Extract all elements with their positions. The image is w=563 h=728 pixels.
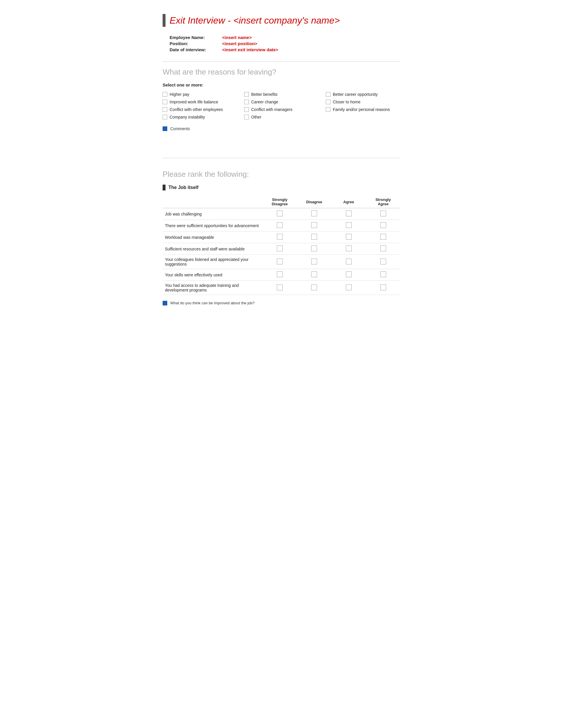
- cell-strongly-disagree-6[interactable]: [262, 269, 297, 281]
- checkbox-d-1[interactable]: [311, 211, 317, 216]
- checkbox-a-3[interactable]: [346, 234, 352, 240]
- table-row: There were sufficient opportunities for …: [163, 220, 400, 232]
- checkbox-better-benefits-input[interactable]: [244, 92, 249, 97]
- checkbox-work-life-label: Improved work life balance: [169, 100, 218, 104]
- comments-label: Comments: [170, 126, 190, 131]
- checkbox-career-change-label: Career change: [251, 100, 278, 104]
- checkbox-d-7[interactable]: [311, 285, 317, 290]
- checkbox-d-2[interactable]: [311, 222, 317, 228]
- section2-title: Please rank the following:: [163, 170, 400, 179]
- cell-strongly-disagree-4[interactable]: [262, 243, 297, 255]
- cell-strongly-disagree-1[interactable]: [262, 208, 297, 220]
- checkbox-work-life[interactable]: Improved work life balance: [163, 100, 237, 104]
- checkbox-sa-6[interactable]: [380, 271, 386, 277]
- checkbox-a-6[interactable]: [346, 271, 352, 277]
- table-row: Sufficient resources and staff were avai…: [163, 243, 400, 255]
- checkbox-d-6[interactable]: [311, 271, 317, 277]
- table-row: Your colleagues listened and appreciated…: [163, 255, 400, 269]
- cell-strongly-agree-2[interactable]: [366, 220, 400, 232]
- comments-bullet-icon: [163, 126, 167, 131]
- checkbox-sd-3[interactable]: [277, 234, 283, 240]
- cell-strongly-disagree-2[interactable]: [262, 220, 297, 232]
- checkbox-conflict-managers-input[interactable]: [244, 107, 249, 112]
- checkbox-sd-7[interactable]: [277, 285, 283, 290]
- cell-strongly-agree-5[interactable]: [366, 255, 400, 269]
- checkbox-conflict-managers[interactable]: Conflict with managers: [244, 107, 319, 112]
- cell-strongly-agree-7[interactable]: [366, 281, 400, 295]
- checkbox-closer-home[interactable]: Closer to home: [326, 100, 400, 104]
- cell-strongly-agree-4[interactable]: [366, 243, 400, 255]
- checkbox-d-4[interactable]: [311, 245, 317, 251]
- checkbox-sa-3[interactable]: [380, 234, 386, 240]
- subsection-header: The Job itself: [163, 185, 400, 190]
- cell-strongly-disagree-3[interactable]: [262, 232, 297, 243]
- checkbox-family-personal-input[interactable]: [326, 107, 331, 112]
- checkbox-closer-home-input[interactable]: [326, 100, 331, 104]
- checkbox-sa-4[interactable]: [380, 245, 386, 251]
- checkbox-conflict-employees[interactable]: Conflict with other employees: [163, 107, 237, 112]
- cell-disagree-4[interactable]: [297, 243, 331, 255]
- checkbox-d-5[interactable]: [311, 259, 317, 264]
- cell-agree-5[interactable]: [331, 255, 366, 269]
- checkbox-company-instability[interactable]: Company instability: [163, 115, 237, 119]
- cell-disagree-6[interactable]: [297, 269, 331, 281]
- cell-strongly-disagree-5[interactable]: [262, 255, 297, 269]
- cell-strongly-agree-6[interactable]: [366, 269, 400, 281]
- checkbox-career-change-input[interactable]: [244, 100, 249, 104]
- cell-disagree-1[interactable]: [297, 208, 331, 220]
- cell-agree-3[interactable]: [331, 232, 366, 243]
- checkbox-sd-2[interactable]: [277, 222, 283, 228]
- checkbox-sd-1[interactable]: [277, 211, 283, 216]
- checkbox-sd-5[interactable]: [277, 259, 283, 264]
- checkbox-higher-pay[interactable]: Higher pay: [163, 92, 237, 97]
- checkbox-grid-empty-cell: [326, 115, 400, 119]
- checkbox-other[interactable]: Other: [244, 115, 319, 119]
- checkbox-a-7[interactable]: [346, 285, 352, 290]
- checkbox-better-career[interactable]: Better career opportunity: [326, 92, 400, 97]
- cell-agree-6[interactable]: [331, 269, 366, 281]
- cell-strongly-disagree-7[interactable]: [262, 281, 297, 295]
- spacer1: [163, 133, 400, 151]
- checkbox-better-career-label: Better career opportunity: [333, 92, 378, 97]
- checkbox-other-input[interactable]: [244, 115, 249, 119]
- checkbox-sd-6[interactable]: [277, 271, 283, 277]
- row-label-training: You had access to adequate training and …: [163, 281, 262, 295]
- checkbox-a-2[interactable]: [346, 222, 352, 228]
- row-label-skills: Your skills were effectively used: [163, 269, 262, 281]
- checkbox-better-benefits[interactable]: Better benefits: [244, 92, 319, 97]
- employee-name-label: Employee Name:: [169, 35, 222, 40]
- cell-strongly-agree-3[interactable]: [366, 232, 400, 243]
- improve-label: What do you think can be improved about …: [170, 301, 255, 305]
- checkbox-sa-7[interactable]: [380, 285, 386, 290]
- checkbox-conflict-employees-input[interactable]: [163, 107, 167, 112]
- cell-disagree-3[interactable]: [297, 232, 331, 243]
- cell-agree-1[interactable]: [331, 208, 366, 220]
- checkbox-sa-5[interactable]: [380, 259, 386, 264]
- row-label-colleagues: Your colleagues listened and appreciated…: [163, 255, 262, 269]
- header-title-static: Exit Interview -: [169, 15, 233, 26]
- subsection-bar-icon: [163, 185, 165, 190]
- cell-strongly-agree-1[interactable]: [366, 208, 400, 220]
- checkbox-career-change[interactable]: Career change: [244, 100, 319, 104]
- checkbox-better-career-input[interactable]: [326, 92, 331, 97]
- checkbox-work-life-input[interactable]: [163, 100, 167, 104]
- cell-agree-4[interactable]: [331, 243, 366, 255]
- cell-agree-2[interactable]: [331, 220, 366, 232]
- checkbox-company-instability-input[interactable]: [163, 115, 167, 119]
- checkbox-sa-1[interactable]: [380, 211, 386, 216]
- checkbox-sa-2[interactable]: [380, 222, 386, 228]
- checkbox-family-personal[interactable]: Family and/or personal reasons: [326, 107, 400, 112]
- checkbox-a-5[interactable]: [346, 259, 352, 264]
- row-label-advancement: There were sufficient opportunities for …: [163, 220, 262, 232]
- cell-disagree-7[interactable]: [297, 281, 331, 295]
- checkbox-sd-4[interactable]: [277, 245, 283, 251]
- checkbox-higher-pay-input[interactable]: [163, 92, 167, 97]
- checkbox-a-4[interactable]: [346, 245, 352, 251]
- cell-agree-7[interactable]: [331, 281, 366, 295]
- checkbox-d-3[interactable]: [311, 234, 317, 240]
- cell-disagree-2[interactable]: [297, 220, 331, 232]
- section2-divider: [163, 158, 400, 158]
- checkbox-a-1[interactable]: [346, 211, 352, 216]
- checkbox-family-personal-label: Family and/or personal reasons: [333, 107, 390, 112]
- cell-disagree-5[interactable]: [297, 255, 331, 269]
